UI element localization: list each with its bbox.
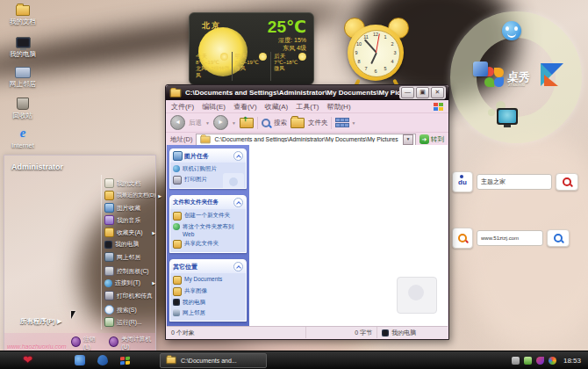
start-menu-item-run[interactable]: 运行(R)... — [104, 317, 155, 327]
smiley-app-icon[interactable] — [502, 21, 521, 40]
start-menu-item-my-documents[interactable]: 我的文档 — [104, 178, 155, 188]
k-app-icon[interactable] — [541, 63, 562, 86]
menu-view[interactable]: 查看(V) — [233, 102, 257, 112]
place-network[interactable]: 网上邻居 — [173, 309, 243, 317]
menu-edit[interactable]: 编辑(E) — [202, 102, 226, 112]
file-list-area[interactable] — [249, 145, 448, 326]
start-menu-item-search[interactable]: 搜索(S) — [104, 305, 155, 315]
network-icon — [173, 309, 180, 316]
baidu-search-input[interactable] — [477, 174, 552, 190]
menu-favorites[interactable]: 收藏(A) — [265, 102, 289, 112]
start-menu-item-favorites[interactable]: 收藏夹(A)▶ — [104, 228, 155, 237]
forward-dropdown-icon[interactable]: ▼ — [232, 120, 236, 126]
start-menu-item-my-music[interactable]: 我的音乐 — [104, 215, 155, 225]
place-my-computer[interactable]: 我的电脑 — [173, 299, 243, 307]
clock-number: 11 — [362, 34, 369, 40]
theme-site-logo — [452, 228, 473, 249]
start-menu-item-connect-to[interactable]: 连接到(T)▶ — [104, 279, 155, 287]
windows-flag-icon[interactable] — [120, 356, 130, 365]
task-share-folder[interactable]: 共享此文件夹 — [173, 240, 243, 249]
task-new-folder[interactable]: 创建一个新文件夹 — [173, 212, 243, 221]
menu-help[interactable]: 帮助(H) — [326, 102, 350, 112]
start-menu: Administrator 我的文档 我最近的文档(D)▶ 图片收藏 我的音乐 … — [4, 155, 156, 351]
shutdown-button[interactable]: 关闭计算机(U) — [109, 335, 155, 350]
zhuoxiu-logo[interactable]: 桌秀 zhuoxiu — [484, 67, 530, 88]
share-folder-icon — [173, 240, 182, 249]
place-my-documents[interactable]: My Documents — [173, 276, 243, 285]
other-places-header[interactable]: 其它位置 — [170, 260, 246, 273]
collapse-chevron-icon — [233, 151, 243, 161]
views-button[interactable] — [335, 118, 348, 127]
desktop-icon-network-places[interactable]: 网上邻居 — [2, 67, 44, 89]
theme-search-input[interactable] — [477, 230, 543, 246]
security-app-icon[interactable] — [97, 355, 108, 365]
go-arrow-icon: ➜ — [419, 134, 429, 144]
go-button[interactable]: ➜ 转到 — [419, 134, 444, 144]
desktop-icon-label: 我的电脑 — [10, 50, 36, 58]
task-publish-web[interactable]: 将这个文件夹发布到 Web — [173, 223, 243, 237]
monitor-app-icon[interactable] — [497, 108, 518, 125]
weather-widget[interactable]: 北京 25℃ 湿度: 15% 东风 4级 今天 8℃~19℃ 北风4-3级转微风… — [189, 12, 314, 85]
window-titlebar[interactable]: C:\Documents and Settings\Administrator\… — [166, 85, 448, 100]
tray-icon-update[interactable] — [549, 357, 556, 365]
start-button[interactable]: ❤ — [23, 351, 32, 369]
desktop-icon-recycle-bin[interactable]: 回收站 — [2, 98, 44, 120]
start-menu-item-recent-documents[interactable]: 我最近的文档(D)▶ — [104, 191, 155, 200]
tray-icon-display[interactable] — [512, 357, 520, 365]
task-button-label: C:\Documents and... — [181, 358, 237, 364]
desktop-icon-internet[interactable]: e Internet — [2, 126, 44, 149]
taskbar-task-button[interactable]: C:\Documents and... — [160, 353, 267, 368]
maximize-button[interactable]: ▣ — [416, 87, 429, 98]
search-icon — [104, 305, 114, 315]
start-menu-item-printers[interactable]: 打印机和传真 — [104, 291, 155, 300]
forecast-range: 7℃~18℃ — [274, 60, 310, 67]
start-menu-item-network-places[interactable]: 网上邻居 — [104, 252, 155, 262]
close-button[interactable]: ✕ — [431, 87, 444, 98]
theme-search-button[interactable] — [547, 229, 570, 247]
theme-search-widget — [452, 228, 570, 249]
forward-button[interactable]: ▸ — [213, 115, 228, 130]
baidu-search-button[interactable] — [556, 173, 578, 191]
tray-icon-security[interactable] — [524, 357, 532, 365]
folder-icon — [201, 135, 211, 142]
start-menu-item-control-panel[interactable]: 控制面板(C) — [104, 266, 155, 276]
back-dropdown-icon[interactable]: ▼ — [205, 120, 210, 126]
task-pane: 图片任务 联机订购照片 打印图片 文件和文件夹任务 创建一 — [167, 145, 249, 326]
wallpaper-watermark-text: www.haozhuoxiu.com — [7, 344, 67, 350]
computer-icon — [382, 329, 389, 336]
start-menu-item-my-pictures[interactable]: 图片收藏 — [104, 203, 155, 213]
picture-tasks-header[interactable]: 图片任务 — [170, 149, 246, 163]
minimize-button[interactable]: — — [401, 87, 414, 98]
address-dropdown-button[interactable]: ▼ — [403, 134, 413, 145]
printer-icon — [104, 291, 114, 300]
menu-file[interactable]: 文件(F) — [171, 102, 194, 112]
weather-temperature: 25℃ — [268, 17, 306, 37]
views-dropdown-icon[interactable]: ▼ — [351, 120, 355, 126]
taskbar: ❤ C:\Documents and... 18:53 — [0, 351, 588, 369]
up-button[interactable] — [240, 118, 254, 128]
all-programs-button[interactable]: 所有程序(P) ▶ — [20, 317, 62, 326]
task-order-prints[interactable]: 联机订购照片 — [173, 165, 243, 173]
document-icon — [104, 178, 114, 188]
cube-app-icon[interactable] — [473, 62, 488, 76]
clock-number: 4 — [389, 59, 396, 64]
folders-icon[interactable] — [290, 118, 305, 128]
alarm-clock-widget[interactable]: 12 1 2 3 4 5 6 7 8 9 10 11 — [343, 18, 410, 85]
back-button[interactable]: ◂ — [170, 115, 185, 130]
clock-number: 2 — [389, 41, 396, 47]
file-tasks-header[interactable]: 文件和文件夹任务 — [170, 196, 246, 209]
desktop-icon-my-computer[interactable]: 我的电脑 — [2, 37, 44, 59]
desktop: 我的文档 我的电脑 网上邻居 回收站 e Internet 北京 25℃ 湿度:… — [0, 0, 588, 369]
folders-label: 文件夹 — [308, 119, 328, 127]
messenger-icon[interactable] — [75, 355, 85, 365]
logout-button[interactable]: 注销(L) — [71, 335, 100, 350]
desktop-icon-my-documents[interactable]: 我的文档 — [2, 5, 44, 26]
place-shared-pictures[interactable]: 共享图像 — [173, 287, 243, 296]
menu-tools[interactable]: 工具(T) — [296, 102, 319, 112]
address-combobox[interactable]: C:\Documents and Settings\Administrator\… — [196, 134, 416, 146]
power-icon — [109, 336, 118, 347]
tray-icon-app[interactable] — [536, 357, 544, 365]
start-menu-item-my-computer[interactable]: 我的电脑 — [104, 240, 155, 249]
search-icon[interactable] — [262, 119, 270, 127]
address-path: C:\Documents and Settings\Administrator\… — [214, 136, 401, 142]
